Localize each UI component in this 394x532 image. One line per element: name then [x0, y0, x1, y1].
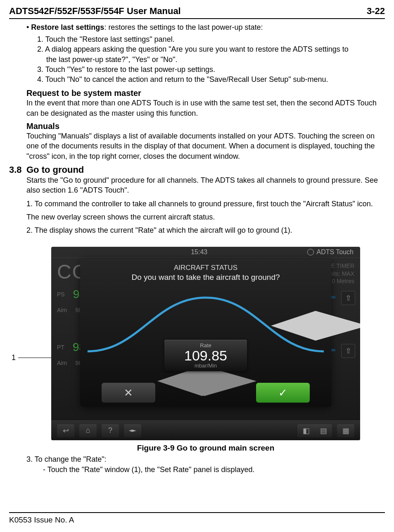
- section-para: 2. The display shows the current "Rate" …: [26, 225, 385, 235]
- manuals-heading: Manuals: [26, 122, 385, 131]
- manuals-body: Touching "Manuals" displays a list of av…: [26, 131, 385, 161]
- rate-value: 109.85: [169, 348, 243, 363]
- screenshot: 15:43 ADTS Touch CONTROL RATE TIMER Limi…: [51, 247, 360, 440]
- figure-wrap: 1 15:43 ADTS Touch CONTROL RATE TIMER Li…: [51, 247, 360, 440]
- callout-1: 1: [12, 353, 55, 362]
- list-item: 1. Touch the "Restore last settings" pan…: [37, 34, 385, 44]
- restore-steps: 1. Touch the "Restore last settings" pan…: [26, 34, 385, 84]
- mode-a-button[interactable]: ◧: [297, 424, 315, 437]
- restore-bullet: • Restore last settings: restores the se…: [26, 23, 385, 32]
- figure-caption: Figure 3-9 Go to ground main screen: [26, 444, 385, 453]
- help-button[interactable]: ?: [102, 424, 119, 437]
- overlay-question: Do you want to take the aircraft to grou…: [88, 273, 324, 282]
- aim-label: Aim: [57, 307, 67, 313]
- grid-button[interactable]: ▦: [337, 424, 354, 437]
- section-para: Starts the "Go to ground" procedure for …: [26, 175, 385, 196]
- brand-label: ADTS Touch: [316, 248, 354, 256]
- doc-id: K0553 Issue No. A: [9, 515, 74, 524]
- overlay-title: AIRCRAFT STATUS: [88, 264, 324, 272]
- doc-title: ADTS542F/552F/553F/554F User Manual: [9, 6, 181, 17]
- ge-logo-icon: [307, 249, 314, 255]
- clock: 15:43: [191, 248, 207, 256]
- back-button[interactable]: ↩: [57, 424, 74, 437]
- status-bar: 15:43 ADTS Touch: [51, 247, 360, 258]
- request-master-heading: Request to be system master: [26, 88, 385, 98]
- list-item: 4. Touch "No" to cancel the action and r…: [37, 74, 385, 84]
- pt-label: PT: [57, 344, 64, 351]
- request-master-body: In the event that more than one ADTS Tou…: [26, 98, 385, 118]
- home-button[interactable]: ⌂: [79, 424, 97, 437]
- list-item: 3. Touch "Yes" to restore to the last po…: [37, 64, 385, 74]
- list-item: 2. A dialog appears asking the question …: [37, 44, 385, 54]
- aircraft-status-overlay: AIRCRAFT STATUS Do you want to take the …: [80, 259, 331, 407]
- ps-label: PS: [57, 291, 65, 298]
- section-title: Go to ground: [26, 165, 84, 175]
- bottom-toolbar: ↩ ⌂ ? ◧ ▤ ▦: [51, 420, 360, 440]
- aircraft-status-button[interactable]: [124, 424, 141, 437]
- flight-curve: Rate 109.85 mbar/Min: [88, 285, 324, 360]
- aim-label: Aim: [57, 360, 67, 366]
- footer: K0553 Issue No. A: [9, 512, 385, 525]
- list-item: the last power-up state?", "Yes" or "No"…: [37, 55, 385, 64]
- mode-b-button[interactable]: ▤: [315, 424, 332, 437]
- section-para: The new overlay screen shows the current…: [26, 212, 385, 222]
- page-number: 3-22: [367, 6, 385, 17]
- post-figure-text: 3. To change the "Rate": - Touch the "Ra…: [26, 454, 385, 475]
- section-number: 3.8: [9, 165, 26, 175]
- callout-leader-line: [18, 358, 55, 358]
- rate-window[interactable]: Rate 109.85 mbar/Min: [164, 340, 247, 371]
- rate-unit: mbar/Min: [169, 363, 243, 369]
- airplane-icon: [128, 428, 137, 434]
- page-header: ADTS542F/552F/553F/554F User Manual 3-22: [9, 6, 385, 19]
- section-para: 1. To command the controller to take all…: [26, 199, 385, 209]
